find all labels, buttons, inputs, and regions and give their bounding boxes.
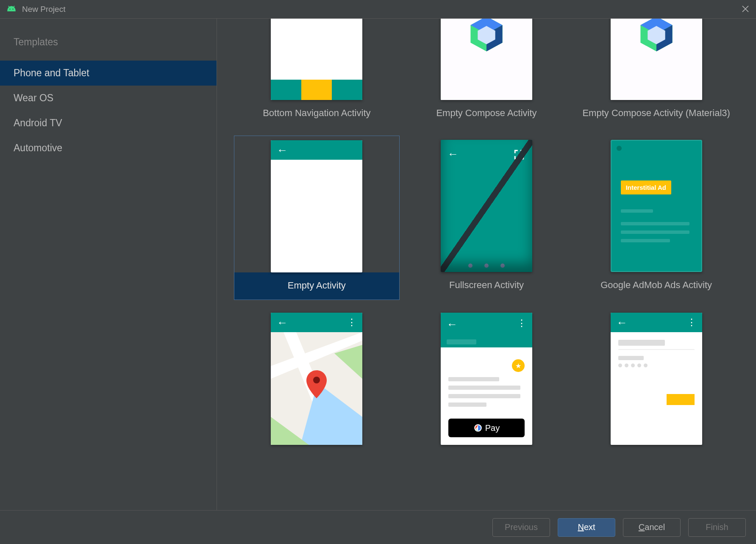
template-thumb: ←	[441, 140, 532, 272]
template-thumb	[271, 19, 362, 100]
overflow-menu-icon: ⋮	[687, 317, 696, 328]
interstitial-ad-badge: Interstitial Ad	[621, 180, 671, 194]
previous-button[interactable]: Previous	[492, 518, 550, 537]
svg-point-16	[313, 377, 320, 383]
cancel-button[interactable]: Cancel	[623, 518, 681, 537]
camera-dot-icon	[617, 146, 622, 151]
template-thumb: Interstitial Ad	[611, 140, 702, 272]
template-tile-pay[interactable]: ←⋮ ★ Pay	[404, 308, 570, 461]
window-title: New Project	[22, 5, 65, 14]
finish-button[interactable]: Finish	[688, 518, 746, 537]
template-tile-bottom-navigation[interactable]: Bottom Navigation Activity	[234, 19, 400, 127]
overflow-menu-icon: ⋮	[517, 318, 526, 331]
close-icon[interactable]	[742, 3, 749, 15]
template-thumb: ←⋮ ★ Pay	[441, 313, 532, 445]
template-tile-admob[interactable]: Interstitial Ad Google AdMob Ads Activit…	[573, 136, 739, 300]
template-thumb	[441, 19, 532, 100]
pager-dots-icon	[441, 264, 532, 268]
template-tile-primary-detail[interactable]: ←⋮	[573, 308, 739, 461]
back-arrow-icon: ←	[447, 318, 458, 331]
bottom-nav-bar-icon	[271, 80, 362, 100]
template-thumb	[611, 19, 702, 100]
star-fab-icon: ★	[512, 359, 525, 372]
template-tile-fullscreen[interactable]: ← Fullscreen Activity	[404, 136, 570, 300]
back-arrow-icon: ←	[617, 316, 628, 329]
back-arrow-icon: ←	[277, 316, 288, 329]
template-label: Empty Activity	[234, 272, 399, 300]
google-pay-button-icon: Pay	[448, 419, 525, 437]
template-thumb: ←	[271, 140, 362, 272]
template-label: Fullscreen Activity	[449, 272, 524, 299]
template-thumb: ←⋮	[611, 313, 702, 445]
overflow-menu-icon: ⋮	[347, 317, 356, 328]
template-tile-empty-compose-m3[interactable]: Empty Compose Activity (Material3)	[573, 19, 739, 127]
sidebar-item-phone-and-tablet[interactable]: Phone and Tablet	[0, 61, 217, 86]
template-tile-empty-activity[interactable]: ← Empty Activity	[234, 136, 400, 300]
compose-hex-icon	[467, 19, 506, 54]
back-arrow-icon: ←	[277, 144, 288, 157]
sidebar-item-android-tv[interactable]: Android TV	[0, 111, 217, 136]
template-label: Empty Compose Activity (Material3)	[582, 100, 730, 127]
titlebar: New Project	[0, 0, 756, 19]
footer: Previous Next Cancel Finish	[0, 510, 756, 544]
template-label: Google AdMob Ads Activity	[600, 272, 712, 299]
sidebar: Templates Phone and Tablet Wear OS Andro…	[0, 19, 217, 510]
template-tile-empty-compose[interactable]: Empty Compose Activity	[404, 19, 570, 127]
template-label: Bottom Navigation Activity	[263, 100, 370, 127]
template-gallery: Bottom Navigation Activity Empty Compose…	[217, 19, 756, 510]
sidebar-item-wear-os[interactable]: Wear OS	[0, 86, 217, 111]
template-thumb: ←⋮	[271, 313, 362, 445]
next-button[interactable]: Next	[558, 518, 615, 537]
accent-button-icon	[667, 394, 695, 405]
template-label: Empty Compose Activity	[436, 100, 536, 127]
map-preview-icon	[271, 332, 362, 445]
sidebar-item-automotive[interactable]: Automotive	[0, 136, 217, 161]
template-tile-maps[interactable]: ←⋮	[234, 308, 400, 461]
svg-point-0	[9, 8, 10, 9]
compose-hex-icon	[636, 19, 676, 54]
main-area: Templates Phone and Tablet Wear OS Andro…	[0, 19, 756, 510]
svg-point-1	[12, 8, 13, 9]
sidebar-heading: Templates	[0, 36, 217, 61]
android-icon	[7, 6, 16, 13]
